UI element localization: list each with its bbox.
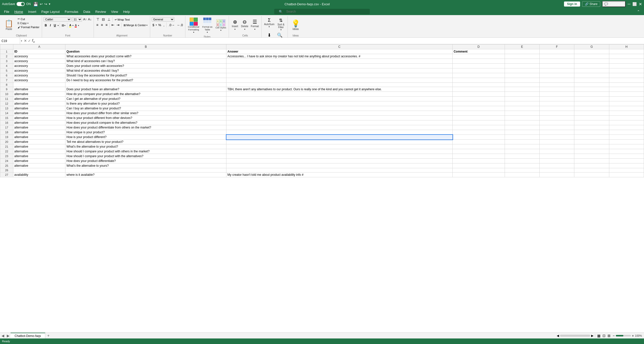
row-header[interactable]: 1 (0, 49, 13, 54)
row-header[interactable]: 11 (0, 97, 13, 101)
menu-view[interactable]: View (109, 9, 120, 14)
table-cell[interactable] (453, 83, 505, 87)
row-header[interactable]: 18 (0, 130, 13, 135)
row-header[interactable]: 20 (0, 140, 13, 144)
table-cell[interactable]: How is your product different? (65, 135, 226, 140)
comma-button[interactable]: , (163, 23, 165, 27)
table-cell[interactable]: alternative (13, 135, 65, 140)
format-as-table-button[interactable]: Format asTable ▾ (201, 17, 214, 34)
table-cell[interactable] (574, 54, 609, 59)
table-cell[interactable] (453, 92, 505, 97)
table-cell[interactable] (226, 78, 453, 83)
table-cell[interactable] (453, 135, 505, 140)
wrap-text-button[interactable]: ↵ Wrap Text (114, 17, 131, 22)
align-left-button[interactable]: ≡ (95, 23, 99, 28)
table-cell[interactable] (574, 163, 609, 168)
cell-styles-button[interactable]: A A A A A A Cell Styles ▾ (215, 19, 227, 32)
table-cell[interactable] (505, 168, 539, 173)
table-cell[interactable] (574, 159, 609, 163)
table-cell[interactable]: Answer (226, 49, 453, 54)
table-cell[interactable] (539, 73, 574, 78)
horizontal-scrollbar[interactable] (560, 335, 590, 337)
fill-dropdown-icon[interactable]: ▾ (72, 24, 73, 27)
restore-icon[interactable]: ⬜ (632, 2, 637, 6)
table-cell[interactable] (226, 106, 453, 111)
delete-dropdown-icon[interactable]: ▾ (244, 28, 245, 30)
table-cell[interactable] (226, 73, 453, 78)
row-header[interactable]: 4 (0, 64, 13, 68)
table-cell[interactable]: alternative (13, 154, 65, 159)
col-header-d[interactable]: D (453, 45, 505, 49)
table-cell[interactable] (65, 83, 226, 87)
increase-decimal-button[interactable]: .0→ (168, 23, 175, 27)
row-header[interactable]: 5 (0, 68, 13, 73)
row-header[interactable]: 21 (0, 144, 13, 149)
signin-button[interactable]: Sign in (564, 2, 580, 7)
number-format-select[interactable]: General Number Currency Percentage Text (152, 17, 174, 22)
table-cell[interactable]: alternative (13, 159, 65, 163)
page-layout-view-button[interactable]: ⊡ (602, 333, 606, 338)
font-increase-button[interactable]: A↑ (83, 18, 87, 21)
table-cell[interactable] (226, 168, 453, 173)
table-cell[interactable] (505, 173, 539, 177)
table-cell[interactable] (574, 120, 609, 125)
normal-view-button[interactable]: ▦ (597, 333, 601, 338)
table-cell[interactable]: alternative (13, 125, 65, 130)
table-cell[interactable] (505, 120, 539, 125)
table-cell[interactable] (453, 111, 505, 116)
font-size-select[interactable]: 11 (72, 17, 82, 22)
row-header[interactable]: 6 (0, 73, 13, 78)
table-cell[interactable] (539, 49, 574, 54)
table-cell[interactable] (609, 73, 644, 78)
underline-dropdown-icon[interactable]: ▾ (58, 24, 59, 27)
font-family-select[interactable]: Calibri (44, 17, 71, 22)
table-cell[interactable]: alternative (13, 163, 65, 168)
table-cell[interactable] (574, 173, 609, 177)
table-cell[interactable]: How does your productt compare to the al… (65, 120, 226, 125)
table-cell[interactable] (505, 101, 539, 106)
table-cell[interactable]: Should I buy the accessories for the pro… (65, 73, 226, 78)
table-cell[interactable] (453, 68, 505, 73)
table-cell[interactable] (505, 163, 539, 168)
table-cell[interactable] (574, 149, 609, 154)
copy-dropdown-icon[interactable]: ▾ (27, 22, 28, 24)
table-cell[interactable] (453, 168, 505, 173)
minimize-icon[interactable]: ─ (628, 2, 630, 6)
table-cell[interactable]: accessory (13, 59, 65, 64)
table-cell[interactable] (609, 111, 644, 116)
table-cell[interactable] (574, 64, 609, 68)
row-header[interactable]: 12 (0, 101, 13, 106)
table-cell[interactable] (539, 130, 574, 135)
percent-button[interactable]: % (157, 23, 162, 27)
table-cell[interactable] (574, 125, 609, 130)
row-header[interactable]: 27 (0, 173, 13, 177)
format-painter-button[interactable]: 🖌 Format Painter (17, 25, 40, 29)
table-cell[interactable] (539, 101, 574, 106)
table-cell[interactable] (453, 154, 505, 159)
table-cell[interactable] (505, 125, 539, 130)
table-cell[interactable] (453, 101, 505, 106)
table-cell[interactable]: How should I compare your product with o… (65, 149, 226, 154)
format-dropdown-icon[interactable]: ▾ (254, 28, 255, 30)
table-cell[interactable] (539, 168, 574, 173)
table-cell[interactable] (453, 149, 505, 154)
table-cell[interactable] (574, 168, 609, 173)
table-cell[interactable] (609, 97, 644, 101)
row-header[interactable]: 14 (0, 111, 13, 116)
table-cell[interactable] (609, 130, 644, 135)
table-cell[interactable] (505, 64, 539, 68)
insert-dropdown-icon[interactable]: ▾ (234, 28, 235, 30)
table-cell[interactable] (505, 140, 539, 144)
table-cell[interactable] (505, 87, 539, 92)
table-cell[interactable]: Is there any alternative to your product… (65, 101, 226, 106)
menu-file[interactable]: File (2, 9, 11, 14)
merge-dropdown-icon[interactable]: ▾ (146, 24, 147, 26)
table-cell[interactable] (609, 168, 644, 173)
menu-home[interactable]: Home (12, 9, 25, 14)
row-header[interactable]: 8 (0, 83, 13, 87)
table-cell[interactable]: What kind of accessories can I buy? (65, 59, 226, 64)
table-cell[interactable] (539, 125, 574, 130)
table-cell[interactable]: Accessories... I have to ask since my cr… (226, 54, 453, 59)
table-cell[interactable] (453, 125, 505, 130)
table-cell[interactable] (505, 97, 539, 101)
